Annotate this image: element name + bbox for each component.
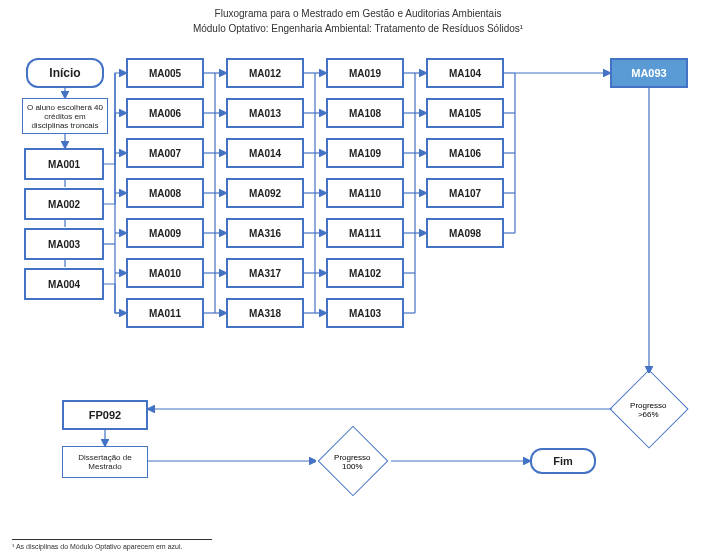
- decision-progress-100: Progresso 100%: [318, 426, 389, 497]
- node-ma109: MA109: [326, 138, 404, 168]
- footnote: ¹ As disciplinas do Módulo Optativo apar…: [12, 539, 212, 550]
- node-ma010: MA010: [126, 258, 204, 288]
- node-ma092: MA092: [226, 178, 304, 208]
- node-fp092: FP092: [62, 400, 148, 430]
- node-ma098: MA098: [426, 218, 504, 248]
- node-ma093-highlighted: MA093: [610, 58, 688, 88]
- node-ma318: MA318: [226, 298, 304, 328]
- page-title: Fluxograma para o Mestrado em Gestão e A…: [0, 0, 716, 19]
- node-ma006: MA006: [126, 98, 204, 128]
- node-ma003: MA003: [24, 228, 104, 260]
- node-ma111: MA111: [326, 218, 404, 248]
- node-start: Início: [26, 58, 104, 88]
- node-ma002: MA002: [24, 188, 104, 220]
- page-subtitle: Módulo Optativo: Engenharia Ambiental: T…: [0, 19, 716, 34]
- node-ma110: MA110: [326, 178, 404, 208]
- node-ma103: MA103: [326, 298, 404, 328]
- node-ma316: MA316: [226, 218, 304, 248]
- node-ma019: MA019: [326, 58, 404, 88]
- node-ma014: MA014: [226, 138, 304, 168]
- node-ma317: MA317: [226, 258, 304, 288]
- node-ma108: MA108: [326, 98, 404, 128]
- node-dissertation: Dissertação de Mestrado: [62, 446, 148, 478]
- node-ma102: MA102: [326, 258, 404, 288]
- node-ma005: MA005: [126, 58, 204, 88]
- node-ma012: MA012: [226, 58, 304, 88]
- node-ma106: MA106: [426, 138, 504, 168]
- node-ma011: MA011: [126, 298, 204, 328]
- node-ma107: MA107: [426, 178, 504, 208]
- node-end: Fim: [530, 448, 596, 474]
- node-ma104: MA104: [426, 58, 504, 88]
- decision-progress-66: Progresso >66%: [609, 369, 688, 448]
- node-ma013: MA013: [226, 98, 304, 128]
- decision-progress-100-label: Progresso 100%: [328, 453, 376, 471]
- node-note: O aluno escolherá 40 créditos em discipl…: [22, 98, 108, 134]
- node-ma001: MA001: [24, 148, 104, 180]
- node-ma008: MA008: [126, 178, 204, 208]
- node-ma004: MA004: [24, 268, 104, 300]
- node-ma105: MA105: [426, 98, 504, 128]
- node-ma009: MA009: [126, 218, 204, 248]
- decision-progress-66-label: Progresso >66%: [621, 401, 675, 419]
- node-ma007: MA007: [126, 138, 204, 168]
